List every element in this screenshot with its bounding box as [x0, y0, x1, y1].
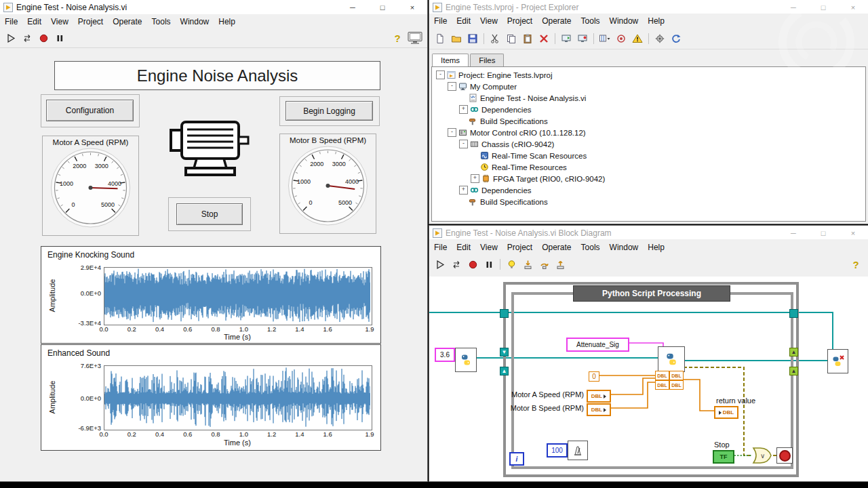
menu-operate[interactable]: Operate: [537, 14, 576, 28]
open-folder-icon[interactable]: [450, 32, 463, 45]
menu-file[interactable]: File: [429, 14, 452, 28]
front-panel-titlebar[interactable]: Engine Test - Noise Analysis.vi ─ □ ×: [0, 0, 427, 14]
expander-icon[interactable]: -: [448, 82, 456, 91]
motor-b-gauge[interactable]: Motor B Speed (RPM) 01000200030004000500…: [279, 134, 376, 234]
close-button[interactable]: ×: [838, 226, 868, 240]
tree-item-project[interactable]: - Project: Engine Tests.lvproj: [432, 69, 865, 81]
view-columns-icon[interactable]: [598, 32, 612, 45]
tree-item-dependencies-2[interactable]: + Dependencies: [432, 184, 865, 196]
tree-item-chassis[interactable]: - Chassis (cRIO-9042): [432, 138, 865, 150]
expander-icon[interactable]: +: [459, 105, 468, 114]
minimize-button[interactable]: ─: [338, 0, 368, 14]
open-python-session-node[interactable]: [455, 348, 477, 372]
menu-help[interactable]: Help: [214, 15, 240, 28]
minimize-button[interactable]: ─: [778, 226, 808, 240]
flat-sequence-frame[interactable]: [511, 292, 793, 469]
help-icon[interactable]: ?: [849, 258, 863, 271]
or-gate-icon[interactable]: ∨: [751, 446, 773, 465]
menu-view[interactable]: View: [475, 14, 502, 28]
run-continuous-icon[interactable]: [450, 258, 463, 271]
run-continuous-icon[interactable]: [20, 32, 34, 45]
stop-boolean-terminal[interactable]: TF: [713, 450, 734, 464]
expander-icon[interactable]: -: [436, 70, 445, 79]
configuration-button[interactable]: Configuration: [46, 100, 134, 121]
close-button[interactable]: ×: [397, 0, 427, 14]
remote-panel-icon[interactable]: [407, 31, 425, 46]
return-value-indicator[interactable]: DBL: [714, 406, 738, 419]
paste-icon[interactable]: [521, 32, 534, 45]
target-icon[interactable]: [614, 32, 628, 45]
project-explorer-titlebar[interactable]: Engine Tests.lvproj - Project Explorer ─…: [429, 0, 868, 14]
menu-window[interactable]: Window: [176, 15, 214, 28]
menu-edit[interactable]: Edit: [452, 14, 475, 28]
wait-ms-constant[interactable]: 100: [547, 443, 568, 458]
menu-view[interactable]: View: [475, 241, 502, 254]
python-version-constant[interactable]: 3.6: [435, 348, 455, 362]
tree-item-fpga-target[interactable]: + FPGA Target (RIO0, cRIO-9042): [432, 173, 865, 184]
zero-constant[interactable]: 0: [589, 371, 599, 382]
function-name-constant[interactable]: Attenuate_Sig: [566, 338, 629, 352]
menu-edit[interactable]: Edit: [22, 15, 46, 28]
engine-knocking-graph[interactable]: Engine Knocking Sound Amplitude Time (s)…: [41, 246, 381, 344]
refresh-icon[interactable]: [669, 32, 683, 45]
connect-icon[interactable]: [576, 32, 589, 45]
run-icon[interactable]: [433, 258, 447, 271]
save-icon[interactable]: [466, 32, 479, 45]
tree-item-build-specifications[interactable]: Build Specifications: [432, 115, 865, 127]
menu-view[interactable]: View: [46, 15, 73, 28]
wait-ms-node[interactable]: [568, 441, 588, 460]
menu-file[interactable]: File: [429, 241, 452, 254]
menu-window[interactable]: Window: [605, 14, 644, 28]
loop-condition-terminal[interactable]: [776, 447, 793, 464]
python-node[interactable]: [658, 346, 685, 372]
menu-file[interactable]: File: [0, 15, 22, 28]
tree-item-my-computer[interactable]: - My Computer: [432, 81, 865, 92]
help-icon[interactable]: ?: [391, 32, 404, 45]
copy-icon[interactable]: [505, 32, 518, 45]
maximize-button[interactable]: □: [808, 0, 838, 14]
tab-items[interactable]: Items: [432, 54, 469, 66]
menu-tools[interactable]: Tools: [576, 14, 605, 28]
tree-item-dependencies[interactable]: + Dependencies: [432, 104, 865, 115]
block-diagram-canvas[interactable]: Python Script Processing ▼ ▲ ▲ ▲ 3.6 Att…: [429, 277, 868, 481]
menu-help[interactable]: Help: [643, 241, 669, 254]
cut-icon[interactable]: [488, 32, 502, 45]
step-into-icon[interactable]: [521, 258, 534, 271]
tree-item-build-specifications-2[interactable]: Build Specifications: [432, 196, 865, 207]
tree-item-motor-control-crio[interactable]: - Motor Control cRIO (10.1.128.12): [432, 127, 865, 138]
step-out-icon[interactable]: [553, 258, 567, 271]
highlight-execution-icon[interactable]: [505, 258, 518, 271]
maximize-button[interactable]: □: [808, 226, 838, 240]
minimize-button[interactable]: ─: [778, 0, 808, 14]
maximize-button[interactable]: □: [368, 0, 397, 14]
tree-item-noise-analysis-vi[interactable]: Engine Test - Noise Analysis.vi: [432, 92, 865, 104]
motor-b-terminal[interactable]: DBL: [587, 403, 611, 416]
menu-project[interactable]: Project: [502, 241, 537, 254]
tree-item-rt-scan-resources[interactable]: Real-Time Scan Resources: [432, 150, 865, 161]
new-file-icon[interactable]: [433, 32, 447, 45]
motor-a-terminal[interactable]: DBL: [587, 390, 611, 403]
menu-edit[interactable]: Edit: [452, 241, 475, 254]
iteration-terminal[interactable]: i: [509, 452, 524, 466]
conflicts-warning-icon[interactable]: [631, 32, 644, 45]
menu-tools[interactable]: Tools: [576, 241, 605, 254]
abort-icon[interactable]: [466, 258, 479, 271]
motor-a-gauge[interactable]: Motor A Speed (RPM) 01000200030004000500…: [42, 136, 139, 236]
close-python-session-node[interactable]: [827, 349, 848, 373]
close-button[interactable]: ×: [838, 0, 868, 14]
expander-icon[interactable]: +: [459, 186, 468, 195]
build-gear-icon[interactable]: [653, 32, 667, 45]
pause-icon[interactable]: [482, 258, 496, 271]
run-icon[interactable]: [4, 32, 18, 45]
expander-icon[interactable]: -: [459, 140, 468, 148]
expander-icon[interactable]: -: [448, 128, 456, 137]
menu-tools[interactable]: Tools: [147, 15, 176, 28]
expander-icon[interactable]: +: [471, 174, 479, 183]
begin-logging-button[interactable]: Begin Logging: [285, 101, 373, 121]
delete-icon[interactable]: [537, 32, 551, 45]
menu-operate[interactable]: Operate: [537, 241, 576, 254]
menu-help[interactable]: Help: [643, 14, 669, 28]
tab-files[interactable]: Files: [470, 54, 504, 66]
tree-item-rt-resources[interactable]: Real-Time Resources: [432, 161, 865, 173]
stop-button[interactable]: Stop: [176, 203, 243, 225]
